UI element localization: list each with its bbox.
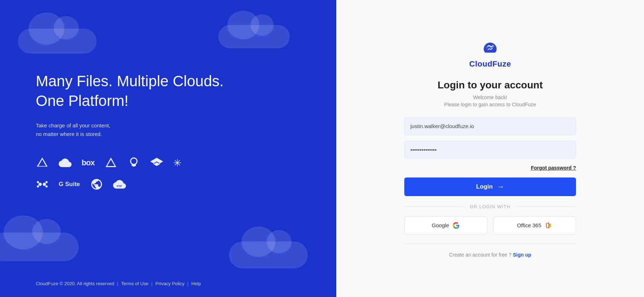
logo-text: CloudFuze	[469, 59, 511, 69]
sftp-icon: FTP	[113, 178, 126, 191]
cloud-decoration-tl	[18, 29, 97, 54]
left-panel: Many Files. Multiple Clouds. One Platfor…	[0, 0, 336, 297]
signup-text: Create an account for free ? Sign up	[449, 252, 531, 258]
dropbox-icon	[150, 156, 163, 169]
forgot-password-link[interactable]: Forgot password ?	[531, 165, 576, 171]
service-icons-row2: G Suite FTP	[36, 178, 315, 191]
hero-title: Many Files. Multiple Clouds. One Platfor…	[36, 72, 315, 111]
arrow-right-icon: →	[497, 182, 504, 191]
password-form-group	[404, 141, 576, 159]
email-input[interactable]	[404, 117, 576, 135]
google-icon	[453, 222, 460, 229]
password-input[interactable]	[404, 141, 576, 159]
bottom-divider	[404, 244, 576, 244]
cloud-decoration-bl	[0, 233, 79, 261]
google-login-button[interactable]: Google	[404, 216, 487, 234]
hero-subtitle: Take charge of all your content, no matt…	[36, 121, 315, 138]
divider-line-right	[516, 206, 576, 207]
left-content: Many Files. Multiple Clouds. One Platfor…	[36, 72, 315, 199]
login-title: Login to your account	[438, 79, 543, 91]
office365-icon	[545, 222, 552, 229]
signup-link[interactable]: Sign up	[513, 252, 531, 258]
email-form-group	[404, 117, 576, 135]
svg-point-4	[45, 181, 48, 183]
logo-area: CloudFuze	[469, 40, 511, 69]
gsuite-icon: G Suite	[59, 181, 80, 188]
or-text: OR LOGIN WITH	[470, 204, 510, 209]
privacy-link[interactable]: Privacy Policy	[156, 281, 185, 286]
help-link[interactable]: Help	[191, 281, 201, 286]
gdrive-icon	[36, 156, 49, 169]
svg-point-3	[37, 185, 39, 188]
welcome-text: Welcome back!	[473, 94, 507, 100]
login-box: CloudFuze Login to your account Welcome …	[404, 40, 576, 258]
login-button[interactable]: Login →	[404, 177, 576, 196]
egnyte-icon	[104, 156, 117, 169]
jira-icon	[36, 178, 49, 191]
cloud-decoration-br	[229, 242, 308, 268]
divider-line-left	[404, 206, 465, 207]
box-icon: box	[82, 158, 94, 167]
or-divider: OR LOGIN WITH	[404, 204, 576, 209]
lotus-icon: ✳	[173, 157, 181, 169]
subtitle-text: Please login to gain access to CloudFuze	[444, 102, 536, 107]
terms-link[interactable]: Terms of Use	[121, 281, 149, 286]
svg-text:FTP: FTP	[117, 185, 122, 188]
forgot-password-container: Forgot password ?	[404, 165, 576, 171]
cloudfuze-logo-icon	[479, 40, 501, 57]
left-footer: CloudFuze © 2020. All rights reserved | …	[36, 281, 201, 286]
svg-point-5	[45, 185, 48, 188]
sharepoint-icon	[127, 156, 140, 169]
service-icons-row1: box ✳	[36, 156, 315, 169]
office365-login-button[interactable]: Office 365	[493, 216, 576, 234]
social-login-buttons: Google Office 365	[404, 216, 576, 234]
right-panel: CloudFuze Login to your account Welcome …	[336, 0, 644, 297]
onedrive-icon	[59, 156, 72, 169]
cloud-decoration-tr	[218, 25, 290, 48]
globe-icon	[90, 178, 103, 191]
svg-point-2	[37, 181, 39, 183]
